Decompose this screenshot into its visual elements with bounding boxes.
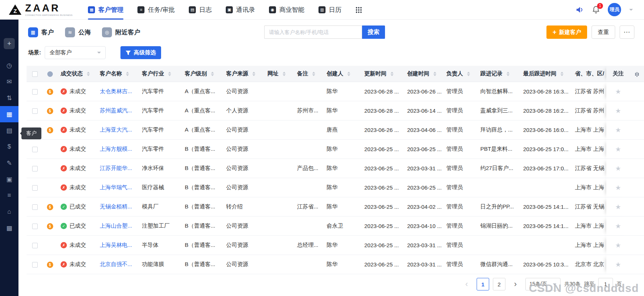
sidebar-item-customers[interactable]: ▦	[0, 106, 18, 122]
follow-star-icon[interactable]	[615, 242, 621, 249]
column-header-level[interactable]: 客户级别	[181, 66, 222, 82]
table-row[interactable]: 未成交 苏州盖威汽... 汽车零件 A（重点客... 个人资源 苏州市... 陈…	[27, 101, 644, 120]
column-settings-icon[interactable]	[635, 72, 639, 77]
sidebar-item-home[interactable]: ⌂	[0, 204, 18, 220]
prev-page-button[interactable]: ‹	[460, 278, 473, 290]
row-checkbox[interactable]	[32, 224, 38, 229]
more-button[interactable]: ⋯	[620, 25, 634, 39]
sidebar-item-messages[interactable]: ✉	[0, 74, 18, 90]
sort-caret-icon[interactable]	[126, 72, 129, 76]
sort-caret-icon[interactable]	[507, 72, 510, 76]
customer-name-link[interactable]: 太仓奥林吉...	[100, 88, 132, 94]
notifications-bell[interactable]: 1	[592, 6, 600, 14]
column-header-owner[interactable]: 负责人	[443, 66, 477, 82]
page-button-1[interactable]: 1	[477, 278, 489, 290]
follow-star-icon[interactable]	[615, 146, 621, 153]
dedupe-button[interactable]: 查重	[592, 25, 615, 39]
customer-name-link[interactable]: 江苏开能华...	[100, 165, 132, 171]
row-checkbox[interactable]	[32, 243, 38, 248]
chevron-down-icon[interactable]	[629, 9, 633, 11]
follow-star-icon[interactable]	[615, 107, 621, 115]
sort-caret-icon[interactable]	[87, 72, 90, 76]
customer-name-link[interactable]: 无锡金栢精...	[100, 203, 132, 210]
sort-caret-icon[interactable]	[168, 72, 171, 76]
column-header-created[interactable]: 创建时间	[403, 66, 443, 82]
sort-caret-icon[interactable]	[312, 72, 315, 76]
customer-table-scroll[interactable]: 成交状态 客户名称 客户行业 客户级别 客户来源 网址 备注 创建人 更新时间 …	[27, 66, 644, 274]
table-row[interactable]: 未成交 上海方舰模... 汽车零件 B（普通客... 公司资源 陈华 2023-…	[27, 140, 644, 159]
sidebar-item-forms[interactable]: ✎	[0, 155, 18, 171]
search-input[interactable]	[264, 25, 362, 39]
sort-caret-icon[interactable]	[560, 72, 563, 76]
tab-1[interactable]: ≋ 公海	[65, 27, 91, 37]
sort-caret-icon[interactable]	[211, 72, 214, 76]
page-size-select[interactable]: 15条/页	[525, 278, 560, 290]
follow-star-icon[interactable]	[615, 184, 621, 191]
customer-name-link[interactable]: 上海吴林电...	[100, 242, 132, 248]
table-row[interactable]: 未成交 太仓奥林吉... 汽车零件 A（重点客... 公司资源 陈华 2023-…	[27, 82, 644, 101]
header-follow[interactable]: 关注	[606, 66, 630, 82]
column-header-website[interactable]: 网址	[264, 66, 293, 82]
follow-star-icon[interactable]	[615, 261, 621, 268]
column-header-industry[interactable]: 客户行业	[138, 66, 181, 82]
sidebar-item-stats[interactable]: ⇅	[0, 90, 18, 106]
sidebar-item-documents[interactable]: ▤	[0, 122, 18, 139]
follow-star-icon[interactable]	[615, 165, 621, 172]
tab-2[interactable]: ◎ 附近客户	[102, 27, 140, 37]
sidebar-item-apps[interactable]: ▩	[0, 220, 18, 236]
row-checkbox[interactable]	[32, 166, 38, 171]
select-all-checkbox[interactable]	[32, 71, 38, 77]
table-row[interactable]: 未成交 江苏开能华... 净水环保 B（普通客... 公司资源 产品包... 陈…	[27, 159, 644, 178]
nav-item-4[interactable]: ◉ 商业智能	[269, 0, 304, 20]
column-header-source[interactable]: 客户来源	[222, 66, 264, 82]
row-checkbox[interactable]	[32, 185, 38, 191]
sort-caret-icon[interactable]	[252, 72, 255, 76]
jump-page-input[interactable]	[598, 278, 613, 290]
table-row[interactable]: 未成交 上海吴林电... 半导体 B（普通客... 公司资源 总经理... 陈华…	[27, 236, 644, 255]
nav-item-3[interactable]: ▣ 通讯录	[226, 0, 255, 20]
customer-name-link[interactable]: 上海华瑞气...	[100, 184, 132, 190]
table-row[interactable]: 未成交 上海亚大汽... 汽车零件 A（重点客... 公司资源 唐燕 2023-…	[27, 120, 644, 140]
sidebar-add-button[interactable]: +	[4, 38, 15, 49]
column-header-last_followed[interactable]: 最后跟进时间	[519, 66, 571, 82]
column-header-remark[interactable]: 备注	[293, 66, 323, 82]
advanced-filter-button[interactable]: 高级筛选	[120, 46, 161, 59]
table-row[interactable]: 已成交 无锡金栢精... 模具厂 B（普通客... 转介绍 江苏省... 陈华 …	[27, 197, 644, 217]
follow-star-icon[interactable]	[615, 222, 621, 230]
new-customer-button[interactable]: + 新建客户	[546, 25, 587, 39]
follow-star-icon[interactable]	[615, 126, 621, 134]
row-checkbox[interactable]	[32, 147, 38, 152]
tab-0[interactable]: ▦ 客户	[28, 27, 54, 37]
table-row[interactable]: 已成交 上海山合塑... 注塑加工厂 B（普通客... 公司资源 俞永卫 202…	[27, 217, 644, 236]
column-header-followup[interactable]: 跟进记录	[477, 66, 519, 82]
next-page-button[interactable]: ›	[509, 278, 522, 290]
nav-item-0[interactable]: ▦ 客户管理	[88, 0, 123, 20]
avatar[interactable]: 理员	[608, 3, 621, 16]
row-checkbox[interactable]	[32, 204, 38, 210]
sidebar-item-products[interactable]: ▣	[0, 171, 18, 187]
sort-caret-icon[interactable]	[391, 72, 393, 76]
sort-caret-icon[interactable]	[283, 72, 286, 76]
row-checkbox[interactable]	[32, 89, 38, 95]
search-button[interactable]: 搜索	[362, 25, 385, 39]
column-header-creator[interactable]: 创建人	[323, 66, 361, 82]
row-checkbox[interactable]	[32, 262, 38, 268]
apps-grid-icon[interactable]	[355, 7, 362, 13]
customer-name-link[interactable]: 北京自强不...	[100, 261, 132, 267]
nav-item-1[interactable]: ≡ 任务/审批	[137, 0, 175, 20]
scene-select[interactable]: 全部客户	[45, 46, 106, 59]
app-logo[interactable]: Z ZAAR CONNECTION EMPOWERING BUSINESS	[8, 3, 72, 16]
customer-name-link[interactable]: 苏州盖威汽...	[100, 107, 132, 113]
nav-item-2[interactable]: ▤ 日志	[189, 0, 212, 20]
sidebar-item-lists[interactable]: ≡	[0, 187, 18, 204]
sidebar-item-finance[interactable]: $	[0, 139, 18, 155]
column-header-status[interactable]: 成交状态	[57, 66, 96, 82]
column-header-updated[interactable]: 更新时间	[361, 66, 403, 82]
follow-star-icon[interactable]	[615, 88, 621, 95]
speaker-icon[interactable]	[575, 6, 584, 14]
sort-caret-icon[interactable]	[433, 72, 436, 76]
page-button-2[interactable]: 2	[493, 278, 505, 290]
table-row[interactable]: 未成交 北京自强不... 功能薄膜 B（普通客... 公司资源 陈华 2023-…	[27, 255, 644, 274]
sidebar-item-dashboard[interactable]: ◷	[0, 57, 18, 74]
sort-caret-icon[interactable]	[347, 72, 350, 76]
